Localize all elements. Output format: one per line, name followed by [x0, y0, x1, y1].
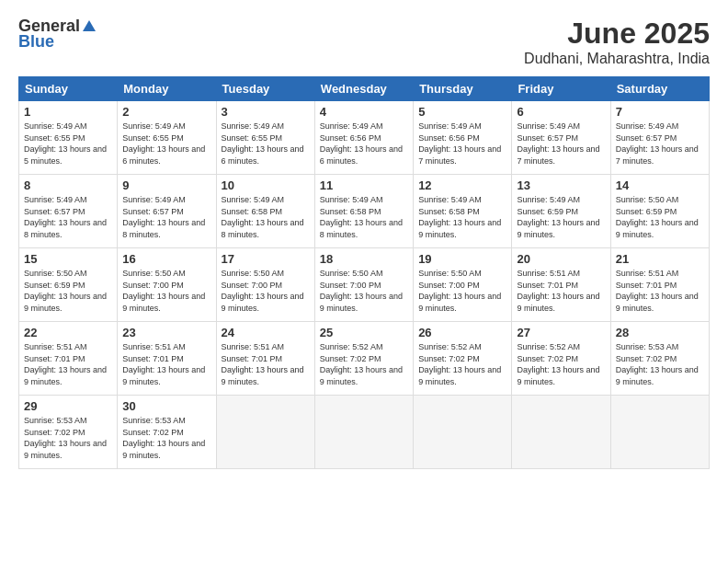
sunrise: Sunrise: 5:52 AM — [517, 341, 605, 353]
sunrise: Sunrise: 5:49 AM — [24, 121, 112, 132]
day-cell-5: 5 Sunrise: 5:49 AM Sunset: 6:56 PM Dayli… — [414, 101, 512, 175]
day-info: Sunrise: 5:50 AM Sunset: 7:00 PM Dayligh… — [122, 268, 210, 314]
day-info: Sunrise: 5:53 AM Sunset: 7:02 PM Dayligh… — [24, 415, 112, 461]
day-number: 1 — [24, 105, 112, 119]
sunrise: Sunrise: 5:49 AM — [122, 121, 210, 132]
location-title: Dudhani, Maharashtra, India — [524, 51, 710, 67]
daylight: Daylight: 13 hours and 9 minutes. — [616, 364, 704, 387]
sunset: Sunset: 7:02 PM — [122, 427, 210, 439]
sunset: Sunset: 7:02 PM — [418, 353, 506, 365]
day-number: 10 — [222, 178, 310, 192]
daylight: Daylight: 13 hours and 9 minutes. — [418, 291, 506, 314]
day-cell-6: 6 Sunrise: 5:49 AM Sunset: 6:57 PM Dayli… — [512, 101, 610, 175]
day-info: Sunrise: 5:49 AM Sunset: 6:57 PM Dayligh… — [616, 121, 704, 167]
day-cell-27: 27 Sunrise: 5:52 AM Sunset: 7:02 PM Dayl… — [512, 322, 610, 396]
sunset: Sunset: 7:00 PM — [320, 280, 408, 292]
day-info: Sunrise: 5:52 AM Sunset: 7:02 PM Dayligh… — [418, 341, 506, 387]
day-cell-28: 28 Sunrise: 5:53 AM Sunset: 7:02 PM Dayl… — [610, 322, 709, 396]
day-info: Sunrise: 5:49 AM Sunset: 6:56 PM Dayligh… — [418, 121, 506, 167]
logo-icon — [81, 18, 97, 35]
day-info: Sunrise: 5:51 AM Sunset: 7:01 PM Dayligh… — [616, 268, 704, 314]
sunset: Sunset: 7:00 PM — [122, 280, 210, 292]
sunset: Sunset: 6:57 PM — [616, 132, 704, 144]
header: General Blue June 2025 Dudhani, Maharash… — [18, 17, 710, 67]
day-number: 9 — [122, 178, 210, 192]
sunset: Sunset: 6:57 PM — [24, 206, 112, 218]
day-cell-7: 7 Sunrise: 5:49 AM Sunset: 6:57 PM Dayli… — [610, 101, 709, 175]
day-cell-30: 30 Sunrise: 5:53 AM Sunset: 7:02 PM Dayl… — [118, 396, 216, 469]
day-number: 20 — [517, 252, 605, 266]
sunset: Sunset: 7:01 PM — [24, 353, 112, 365]
daylight: Daylight: 13 hours and 8 minutes. — [24, 217, 112, 240]
sunset: Sunset: 6:56 PM — [320, 132, 408, 144]
day-cell-18: 18 Sunrise: 5:50 AM Sunset: 7:00 PM Dayl… — [314, 248, 413, 322]
day-number: 16 — [122, 252, 210, 266]
day-info: Sunrise: 5:52 AM Sunset: 7:02 PM Dayligh… — [320, 341, 408, 387]
sunset: Sunset: 6:55 PM — [122, 132, 210, 144]
day-info: Sunrise: 5:51 AM Sunset: 7:01 PM Dayligh… — [122, 341, 210, 387]
day-info: Sunrise: 5:49 AM Sunset: 6:58 PM Dayligh… — [418, 194, 506, 240]
sunrise: Sunrise: 5:50 AM — [616, 194, 704, 206]
col-thursday: Thursday — [414, 77, 512, 101]
day-cell-3: 3 Sunrise: 5:49 AM Sunset: 6:55 PM Dayli… — [216, 101, 314, 175]
logo-blue: Blue — [18, 32, 54, 52]
day-number: 8 — [24, 178, 112, 192]
sunrise: Sunrise: 5:52 AM — [320, 341, 408, 353]
sunset: Sunset: 6:55 PM — [222, 132, 310, 144]
daylight: Daylight: 13 hours and 9 minutes. — [517, 364, 605, 387]
calendar-week-2: 8 Sunrise: 5:49 AM Sunset: 6:57 PM Dayli… — [19, 175, 710, 248]
sunrise: Sunrise: 5:49 AM — [418, 194, 506, 206]
sunrise: Sunrise: 5:49 AM — [517, 194, 605, 206]
svg-marker-0 — [83, 20, 96, 31]
day-info: Sunrise: 5:50 AM Sunset: 6:59 PM Dayligh… — [24, 268, 112, 314]
daylight: Daylight: 13 hours and 7 minutes. — [517, 144, 605, 167]
sunrise: Sunrise: 5:53 AM — [616, 341, 704, 353]
sunrise: Sunrise: 5:49 AM — [122, 194, 210, 206]
day-cell-15: 15 Sunrise: 5:50 AM Sunset: 6:59 PM Dayl… — [19, 248, 118, 322]
day-cell-29: 29 Sunrise: 5:53 AM Sunset: 7:02 PM Dayl… — [19, 396, 118, 469]
sunrise: Sunrise: 5:53 AM — [24, 415, 112, 427]
day-number: 30 — [122, 399, 210, 413]
day-number: 24 — [222, 326, 310, 339]
day-number: 3 — [222, 105, 310, 119]
daylight: Daylight: 13 hours and 9 minutes. — [24, 438, 112, 461]
day-cell-19: 19 Sunrise: 5:50 AM Sunset: 7:00 PM Dayl… — [414, 248, 512, 322]
sunset: Sunset: 7:02 PM — [616, 353, 704, 365]
daylight: Daylight: 13 hours and 7 minutes. — [418, 144, 506, 167]
sunrise: Sunrise: 5:51 AM — [222, 341, 310, 353]
day-info: Sunrise: 5:50 AM Sunset: 7:00 PM Dayligh… — [418, 268, 506, 314]
day-number: 23 — [122, 326, 210, 339]
day-info: Sunrise: 5:49 AM Sunset: 6:59 PM Dayligh… — [517, 194, 605, 240]
empty-cell — [216, 396, 314, 469]
day-cell-8: 8 Sunrise: 5:49 AM Sunset: 6:57 PM Dayli… — [19, 175, 118, 248]
daylight: Daylight: 13 hours and 9 minutes. — [616, 291, 704, 314]
daylight: Daylight: 13 hours and 9 minutes. — [122, 364, 210, 387]
day-info: Sunrise: 5:49 AM Sunset: 6:57 PM Dayligh… — [122, 194, 210, 240]
sunset: Sunset: 6:58 PM — [222, 206, 310, 218]
day-info: Sunrise: 5:49 AM Sunset: 6:55 PM Dayligh… — [24, 121, 112, 167]
day-info: Sunrise: 5:51 AM Sunset: 7:01 PM Dayligh… — [222, 341, 310, 387]
daylight: Daylight: 13 hours and 9 minutes. — [418, 217, 506, 240]
daylight: Daylight: 13 hours and 9 minutes. — [24, 291, 112, 314]
day-number: 4 — [320, 105, 408, 119]
calendar-table: Sunday Monday Tuesday Wednesday Thursday… — [18, 76, 710, 469]
day-number: 26 — [418, 326, 506, 339]
daylight: Daylight: 13 hours and 9 minutes. — [320, 291, 408, 314]
sunset: Sunset: 7:02 PM — [517, 353, 605, 365]
sunrise: Sunrise: 5:49 AM — [320, 121, 408, 132]
sunrise: Sunrise: 5:49 AM — [517, 121, 605, 132]
daylight: Daylight: 13 hours and 7 minutes. — [616, 144, 704, 167]
day-info: Sunrise: 5:49 AM Sunset: 6:55 PM Dayligh… — [122, 121, 210, 167]
sunset: Sunset: 7:02 PM — [24, 427, 112, 439]
empty-cell — [414, 396, 512, 469]
sunrise: Sunrise: 5:51 AM — [24, 341, 112, 353]
day-cell-17: 17 Sunrise: 5:50 AM Sunset: 7:00 PM Dayl… — [216, 248, 314, 322]
day-number: 22 — [24, 326, 112, 339]
sunrise: Sunrise: 5:49 AM — [222, 121, 310, 132]
logo: General Blue — [18, 17, 98, 52]
day-number: 14 — [616, 178, 704, 192]
daylight: Daylight: 13 hours and 8 minutes. — [320, 217, 408, 240]
day-number: 5 — [418, 105, 506, 119]
col-monday: Monday — [118, 77, 216, 101]
sunset: Sunset: 7:00 PM — [222, 280, 310, 292]
